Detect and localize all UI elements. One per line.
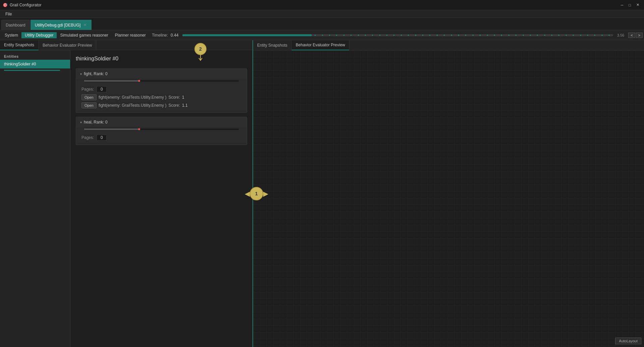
- timeline-dot: [544, 35, 545, 36]
- timeline-prev-button[interactable]: <: [628, 33, 635, 38]
- timeline-next-button[interactable]: >: [636, 33, 643, 38]
- entity-main: thinkingSoldier #0 ▾ fight, Rank: 0: [70, 50, 252, 347]
- fight-open-button-0[interactable]: Open: [81, 94, 97, 100]
- close-button[interactable]: ✕: [634, 2, 641, 8]
- left-tab-behavior-evaluator[interactable]: Behavior Evaluator Preview: [39, 40, 96, 50]
- timeline-dot: [293, 35, 294, 36]
- main-content: Entity Snapshots Behavior Evaluator Prev…: [0, 40, 644, 347]
- timeline-dot: [336, 35, 337, 36]
- timeline-dot: [601, 35, 603, 36]
- right-canvas[interactable]: AutoLayout: [253, 50, 644, 347]
- tab-dashboard[interactable]: Dashboard: [1, 20, 30, 30]
- title-text: Grail Configurator: [10, 3, 42, 7]
- timeline-dot: [386, 35, 388, 36]
- timeline-dot: [523, 35, 524, 36]
- toolbar-planner-reasoner-button[interactable]: Planner reasoner: [112, 32, 149, 38]
- timeline-nav: < >: [627, 33, 644, 38]
- right-panel: Entity Snapshots Behavior Evaluator Prev…: [253, 40, 644, 347]
- timeline-dot: [322, 35, 323, 36]
- behavior-section-fight: ▾ fight, Rank: 0 Pages: 0: [76, 68, 247, 113]
- timeline-dot: [573, 35, 574, 36]
- timeline-dot: [358, 35, 359, 36]
- timeline-dot: [393, 35, 395, 36]
- title-bar: 🎯 Grail Configurator ─ □ ✕: [0, 0, 644, 10]
- timeline-dot: [229, 35, 230, 36]
- fight-entry-text-1: fight(enemy: GrailTests.Utility.Enemy ): [99, 103, 167, 108]
- toolbar-utility-debugger-button[interactable]: Utility Debugger: [21, 32, 57, 38]
- fight-score-label-1: Score:: [168, 103, 180, 108]
- timeline-dot: [250, 35, 251, 36]
- chevron-heal-icon: ▾: [80, 120, 82, 124]
- entity-item-thinkingsoldier[interactable]: thinkingSoldier #0: [0, 60, 70, 68]
- timeline-dot: [465, 35, 466, 36]
- left-content: Entities thinkingSoldier #0 thinkingSold…: [0, 50, 252, 347]
- fight-pages-row: Pages: 0: [79, 85, 244, 94]
- timeline-dot: [508, 35, 510, 36]
- timeline-dot: [422, 35, 423, 36]
- timeline-dot: [193, 35, 194, 36]
- timeline-dot: [264, 35, 266, 36]
- toolbar-simulated-games-button[interactable]: Simulated games reasoner: [57, 32, 111, 38]
- timeline-dot: [408, 35, 409, 36]
- minimize-button[interactable]: ─: [619, 2, 626, 8]
- behavior-heal-progress-dot: [138, 128, 140, 130]
- timeline-dot: [458, 35, 459, 36]
- timeline-dot: [429, 35, 430, 36]
- menu-bar: File: [0, 10, 644, 18]
- timeline-dot: [221, 35, 223, 36]
- timeline-dot: [487, 35, 488, 36]
- menu-file[interactable]: File: [3, 11, 14, 17]
- splitter-circle[interactable]: 1: [250, 187, 263, 200]
- maximize-button[interactable]: □: [627, 2, 633, 8]
- timeline-dot: [329, 35, 330, 36]
- timeline-dot: [530, 35, 531, 36]
- toolbar-system-button[interactable]: System: [1, 32, 21, 38]
- timeline-dot: [479, 35, 481, 36]
- timeline-dot: [444, 35, 445, 36]
- timeline-dot: [551, 35, 552, 36]
- tab-close-button[interactable]: ✕: [82, 23, 87, 28]
- timeline-dot: [365, 35, 366, 36]
- timeline-dot: [343, 35, 345, 36]
- right-tabs: Entity Snapshots Behavior Evaluator Prev…: [253, 40, 644, 50]
- fight-score-row-0: Open fight(enemy: GrailTests.Utility.Ene…: [79, 94, 244, 101]
- timeline-dot: [207, 35, 208, 36]
- behavior-header-fight[interactable]: ▾ fight, Rank: 0: [76, 69, 247, 79]
- auto-layout-button[interactable]: AutoLayout: [615, 338, 641, 344]
- left-panel: Entity Snapshots Behavior Evaluator Prev…: [0, 40, 253, 347]
- toolbar: System Utility Debugger Simulated games …: [0, 30, 644, 40]
- left-tabs: Entity Snapshots Behavior Evaluator Prev…: [0, 40, 252, 50]
- behavior-fight-progress-dot: [138, 80, 140, 82]
- heal-pages-label: Pages:: [81, 135, 94, 140]
- timeline-dot: [300, 35, 301, 36]
- timeline-dot: [401, 35, 402, 36]
- splitter-handle[interactable]: ◀ 1 ▶: [245, 187, 268, 200]
- timeline-dot: [236, 35, 237, 36]
- app-icon: 🎯: [3, 3, 8, 7]
- timeline-dot: [415, 35, 416, 36]
- timeline-track[interactable]: [182, 34, 613, 36]
- fight-open-button-1[interactable]: Open: [81, 102, 97, 108]
- behavior-header-heal[interactable]: ▾ heal, Rank: 0: [76, 117, 247, 127]
- timeline-dot: [537, 35, 538, 36]
- window-controls: ─ □ ✕: [619, 2, 641, 8]
- timeline-dot: [587, 35, 588, 36]
- timeline-dot: [580, 35, 581, 36]
- chevron-fight-icon: ▾: [80, 72, 82, 76]
- right-tab-entity-snapshots[interactable]: Entity Snapshots: [253, 40, 292, 50]
- fight-score-val-1: 1.1: [182, 103, 188, 108]
- right-tab-behavior-evaluator[interactable]: Behavior Evaluator Preview: [292, 40, 349, 50]
- grid-overlay: [253, 50, 644, 347]
- timeline-dot: [286, 35, 287, 36]
- timeline-dot: [594, 35, 595, 36]
- timeline-dot: [350, 35, 352, 36]
- timeline-dot: [515, 35, 517, 36]
- entity-sidebar: Entities thinkingSoldier #0: [0, 50, 70, 347]
- timeline-dot: [558, 35, 560, 36]
- heal-pages-row: Pages: 0: [79, 133, 244, 142]
- tab-utilitydebug[interactable]: UtilityDebug.gdi [DEBUG] ✕: [31, 20, 92, 30]
- left-tab-entity-snapshots[interactable]: Entity Snapshots: [0, 40, 39, 50]
- timeline-dot: [379, 35, 380, 36]
- timeline-section: Timeline: 0.44 3.56: [149, 33, 627, 38]
- timeline-dot: [272, 35, 273, 36]
